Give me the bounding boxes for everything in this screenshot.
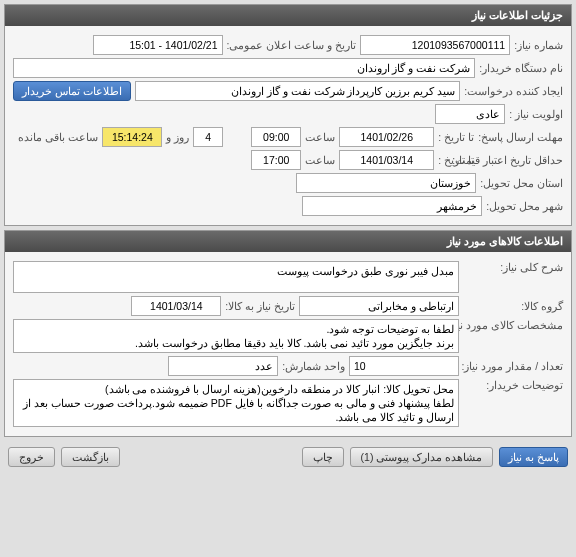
buyer-label: نام دستگاه خریدار: xyxy=(479,62,563,74)
unit-value: عدد xyxy=(168,356,278,376)
print-button[interactable]: چاپ xyxy=(302,447,344,467)
province-value: خوزستان xyxy=(296,173,476,193)
buyer-contact-button[interactable]: اطلاعات تماس خریدار xyxy=(13,81,131,101)
desc-label: شرح کلی نیاز: xyxy=(463,261,563,273)
group-label: گروه کالا: xyxy=(463,300,563,312)
spec-value: لطفا به توضیحات توجه شود. برند جایگزین م… xyxy=(13,319,459,353)
pub-date-value: 1401/02/21 - 15:01 xyxy=(93,35,223,55)
deadline-time-value: 09:00 xyxy=(251,127,301,147)
respond-button[interactable]: پاسخ به نیاز xyxy=(499,447,568,467)
deadline-to-date-label: تا تاریخ : xyxy=(438,131,474,143)
priority-value: عادی xyxy=(435,104,505,124)
validity-time-label: ساعت xyxy=(305,154,335,166)
buyer-notes-label: توضیحات خریدار: xyxy=(463,379,563,391)
spec-label: مشخصات کالای مورد نیاز: xyxy=(463,319,563,331)
days-and-label: روز و xyxy=(166,131,189,143)
priority-label: اولویت نیاز : xyxy=(509,108,563,120)
group-value: ارتباطی و مخابراتی xyxy=(299,296,459,316)
needed-date-label: تاریخ نیاز به کالا: xyxy=(225,300,295,312)
unit-label: واحد شمارش: xyxy=(282,360,345,372)
buyer-value: شرکت نفت و گاز اروندان xyxy=(13,58,475,78)
panel-goods-info-body: شرح کلی نیاز: مبدل فیبر نوری طبق درخواست… xyxy=(5,252,571,436)
validity-to-date-label: تا تاریخ : xyxy=(438,154,474,166)
validity-date-value: 1401/03/14 xyxy=(339,150,434,170)
qty-value: 10 xyxy=(349,356,459,376)
creator-label: ایجاد کننده درخواست: xyxy=(464,85,563,97)
panel-need-details-header: جزئیات اطلاعات نیاز xyxy=(5,5,571,26)
days-remaining-value: 4 xyxy=(193,127,223,147)
needed-date-value: 1401/03/14 xyxy=(131,296,221,316)
time-remaining-value: 15:14:24 xyxy=(102,127,162,147)
validity-label: حداقل تاریخ اعتبار قیمت: xyxy=(478,154,563,166)
panel-goods-info-header: اطلاعات کالاهای مورد نیاز xyxy=(5,231,571,252)
footer-toolbar: پاسخ به نیاز مشاهده مدارک پیوستی (1) چاپ… xyxy=(0,441,576,473)
buyer-notes-value: محل تحویل کالا: انبار کالا در منطقه دارخ… xyxy=(13,379,459,427)
req-no-label: شماره نیاز: xyxy=(514,39,563,51)
validity-time-value: 17:00 xyxy=(251,150,301,170)
attachments-button[interactable]: مشاهده مدارک پیوستی (1) xyxy=(350,447,494,467)
back-button[interactable]: بازگشت xyxy=(61,447,120,467)
city-label: شهر محل تحویل: xyxy=(486,200,563,212)
qty-label: تعداد / مقدار مورد نیاز: xyxy=(463,360,563,372)
panel-goods-info: اطلاعات کالاهای مورد نیاز شرح کلی نیاز: … xyxy=(4,230,572,437)
deadline-date-value: 1401/02/26 xyxy=(339,127,434,147)
exit-button[interactable]: خروج xyxy=(8,447,55,467)
desc-value: مبدل فیبر نوری طبق درخواست پیوست xyxy=(13,261,459,293)
city-value: خرمشهر xyxy=(302,196,482,216)
time-remaining-label: ساعت باقی مانده xyxy=(18,131,98,143)
pub-date-label: تاریخ و ساعت اعلان عمومی: xyxy=(227,39,357,51)
req-no-value: 1201093567000111 xyxy=(360,35,510,55)
creator-value: سید کریم برزین کارپرداز شرکت نفت و گاز ا… xyxy=(135,81,460,101)
panel-need-details: جزئیات اطلاعات نیاز شماره نیاز: 12010935… xyxy=(4,4,572,226)
deadline-time-label: ساعت xyxy=(305,131,335,143)
panel-need-details-body: شماره نیاز: 1201093567000111 تاریخ و ساع… xyxy=(5,26,571,225)
deadline-label: مهلت ارسال پاسخ: xyxy=(478,131,563,143)
province-label: استان محل تحویل: xyxy=(480,177,563,189)
